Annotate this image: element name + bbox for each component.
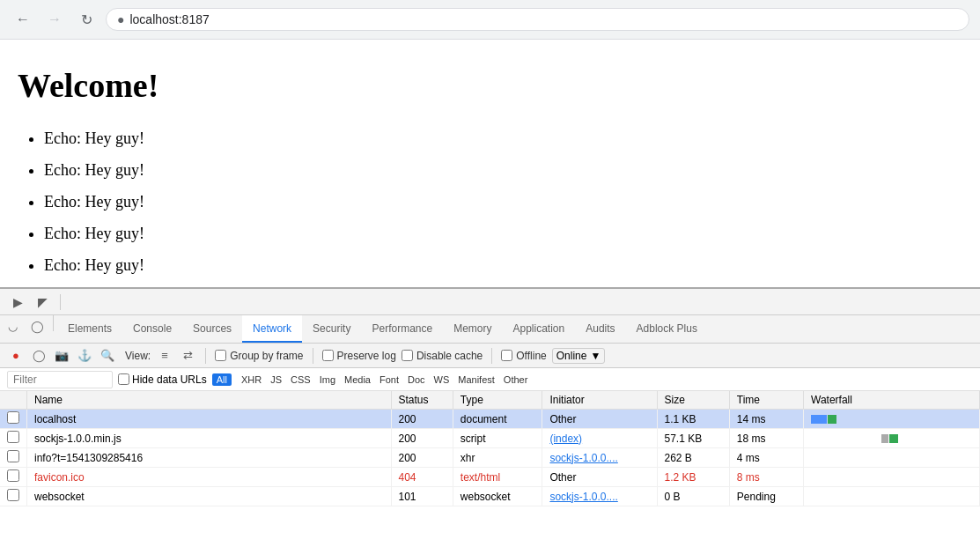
address-text: localhost:8187 [129, 12, 209, 26]
echo-item: Echo: Hey guy! [44, 249, 962, 281]
devtools-panel: ▶ ◤ ◡◯ElementsConsoleSourcesNetworkSecur… [0, 287, 980, 292]
lock-icon: ● [117, 12, 124, 26]
browser-chrome: ← → ↻ ● localhost:8187 [0, 0, 980, 40]
device-toolbar-button[interactable]: ◤ [32, 292, 53, 292]
page-title: Welcome! [18, 66, 962, 105]
forward-button[interactable]: → [42, 7, 67, 32]
main-area: Welcome! Echo: Hey guy!Echo: Hey guy!Ech… [0, 40, 980, 292]
echo-item: Echo: Hey guy! [44, 122, 962, 154]
echo-list: Echo: Hey guy!Echo: Hey guy!Echo: Hey gu… [18, 122, 962, 281]
echo-item: Echo: Hey guy! [44, 186, 962, 218]
inspect-element-button[interactable]: ▶ [7, 292, 28, 292]
back-button[interactable]: ← [11, 7, 35, 32]
devtools-top-bar: ▶ ◤ [0, 289, 980, 292]
page-content: Welcome! Echo: Hey guy!Echo: Hey guy!Ech… [0, 40, 980, 292]
echo-item: Echo: Hey guy! [44, 218, 962, 249]
echo-item: Echo: Hey guy! [44, 154, 962, 186]
reload-button[interactable]: ↻ [74, 7, 99, 32]
address-bar[interactable]: ● localhost:8187 [106, 8, 969, 31]
